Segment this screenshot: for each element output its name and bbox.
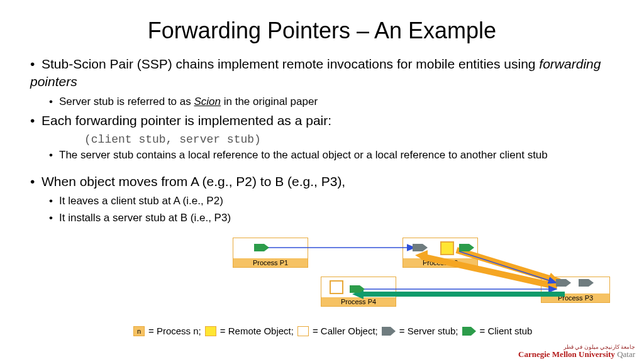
legend-text: = Client stub bbox=[480, 326, 533, 336]
text: The server stub contains a local referen… bbox=[59, 149, 548, 161]
caller-object-icon bbox=[330, 280, 343, 294]
diagram: Process P1 Process P2 Process P3 Process… bbox=[226, 238, 616, 326]
legend-text: = Server stub; bbox=[399, 326, 458, 336]
text: Server stub is referred to as bbox=[59, 96, 194, 107]
text: It leaves a client stub at A (i.e., P2) bbox=[59, 195, 223, 207]
bullet-1-sub: •Server stub is referred to as Scion in … bbox=[49, 95, 620, 109]
legend-client-stub-icon bbox=[462, 327, 476, 336]
legend-text: = Remote Object; bbox=[220, 326, 294, 336]
process-label: Process P2 bbox=[403, 258, 477, 267]
text: Stub-Scion Pair (SSP) chains implement r… bbox=[42, 57, 539, 71]
svg-marker-4 bbox=[462, 327, 476, 336]
slide-title: Forwarding Pointers – An Example bbox=[0, 18, 644, 44]
text: When object moves from A (e.g., P2) to B… bbox=[42, 174, 345, 189]
legend-text: = Caller Object; bbox=[313, 326, 378, 336]
legend-process-icon: n bbox=[133, 326, 145, 336]
process-p3: Process P3 bbox=[541, 277, 610, 303]
text-em: Scion bbox=[194, 96, 221, 107]
process-p1: Process P1 bbox=[233, 238, 308, 268]
text: Each forwarding pointer is implemented a… bbox=[42, 113, 331, 128]
legend-server-stub-icon bbox=[382, 327, 396, 336]
footer-cmu: Carnegie Mellon University bbox=[518, 349, 615, 359]
legend-text: = Process n; bbox=[148, 326, 201, 336]
process-label: Process P3 bbox=[541, 293, 609, 302]
svg-marker-3 bbox=[382, 327, 396, 336]
process-label: Process P4 bbox=[321, 297, 396, 306]
text: It installs a server stub at B (i.e., P3… bbox=[59, 212, 231, 224]
legend-remote-icon bbox=[205, 326, 216, 336]
bullet-3-sub2: •It installs a server stub at B (i.e., P… bbox=[49, 211, 620, 226]
slide-body: •Stub-Scion Pair (SSP) chains implement … bbox=[0, 55, 644, 226]
bullet-3-sub1: •It leaves a client stub at A (i.e., P2) bbox=[49, 194, 620, 209]
legend: n = Process n; = Remote Object; = Caller… bbox=[132, 326, 532, 336]
text: in the original paper bbox=[221, 96, 318, 107]
bullet-2-sub: •The server stub contains a local refere… bbox=[49, 148, 620, 163]
footer-logo: جامعة كارنيجي ميلون في قطر Carnegie Mell… bbox=[518, 344, 635, 358]
bullet-1: •Stub-Scion Pair (SSP) chains implement … bbox=[30, 55, 620, 91]
code-line: (client stub, server stub) bbox=[84, 133, 620, 146]
bullet-3: •When object moves from A (e.g., P2) to … bbox=[30, 173, 620, 190]
bullet-2: •Each forwarding pointer is implemented … bbox=[30, 112, 620, 129]
process-label: Process P1 bbox=[233, 258, 308, 267]
remote-object-icon bbox=[440, 241, 454, 255]
legend-caller-icon bbox=[297, 326, 309, 336]
footer-qatar: Qatar bbox=[615, 349, 635, 359]
